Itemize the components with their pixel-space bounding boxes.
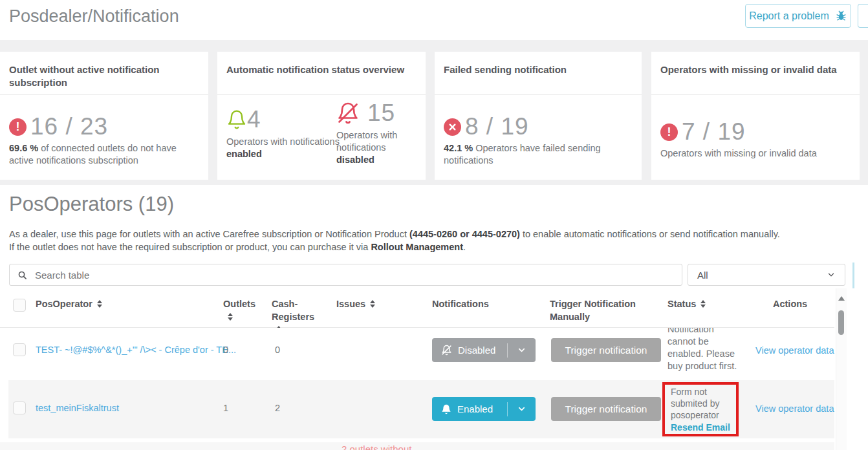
enabled-label-text: Operators with notifications [226, 136, 340, 147]
disabled-label-text: Operators with notifications [336, 130, 397, 153]
divider [435, 94, 642, 95]
posoperators-section: PosOperators (19) As a dealer, use this … [0, 185, 868, 450]
filter-value: All [697, 270, 708, 281]
disabled-label-bold: disabled [336, 155, 374, 165]
row-checkbox[interactable] [13, 402, 26, 414]
select-all-checkbox[interactable] [13, 299, 26, 312]
column-header-status[interactable]: Status [667, 297, 706, 310]
column-header-outlets[interactable]: Outlets [223, 297, 261, 323]
page-title: Posdealer/Notification [9, 6, 179, 27]
alert-circle-icon: ! [9, 118, 27, 136]
sort-icon [228, 313, 233, 321]
status-text: Notification cannot be enabled. Please b… [667, 328, 743, 372]
trigger-notification-button[interactable]: Trigger notification [551, 338, 661, 362]
desc-text: If the outlet does not have the required… [9, 242, 371, 252]
table-scrollbar[interactable] [836, 288, 847, 450]
column-header-actions: Actions [773, 297, 807, 310]
table-search [9, 264, 682, 286]
cash-registers-value: 2 [275, 403, 280, 413]
posdealer-notification-page: Posdealer/Notification Report a problem … [0, 0, 868, 450]
sort-icon [370, 300, 375, 308]
status-text: Form not submited by posoperator [671, 387, 719, 420]
bell-off-icon [336, 102, 360, 125]
enabled-stat: 4 [226, 106, 261, 133]
card-description: 42.1 % Operators have failed sending not… [444, 142, 625, 167]
table-filter-select[interactable]: All [688, 264, 845, 286]
card-percent: 42.1 % [444, 143, 473, 153]
card-title: Outlet without active notification subsc… [9, 63, 171, 89]
trigger-notification-button[interactable]: Trigger notification [551, 397, 661, 421]
card-stat: 8 / 19 [444, 113, 529, 140]
desc-product-codes: (4445-0260 or 4445-0270) [409, 229, 520, 239]
card-outlets-without-subscription: Outlet without active notification subsc… [0, 52, 208, 180]
next-row-partial: 2 outlets without [0, 442, 834, 450]
resend-email-link[interactable]: Resend Email [671, 422, 736, 433]
posoperator-link[interactable]: TEST- ~!@#$%^&*()_+'" /\>< - Crêpe d'or … [36, 345, 236, 355]
table-header: PosOperator Outlets Cash-Registers Issue… [0, 288, 834, 328]
divider [217, 94, 426, 95]
divider [651, 94, 860, 95]
view-operator-data-link[interactable]: View operator data [755, 345, 834, 356]
search-input[interactable] [34, 269, 674, 281]
column-header-trigger: Trigger Notification Manually [550, 297, 642, 323]
table-row: test_meinFiskaltrust 1 2 Enabled [8, 380, 834, 438]
column-label: Status [667, 299, 696, 309]
outlets-value: 1 [223, 403, 228, 413]
column-header-notifications: Notifications [432, 297, 489, 310]
column-label: Cash-Registers [272, 299, 314, 322]
column-label: PosOperator [36, 299, 92, 309]
section-description: As a dealer, use this page for outlets w… [9, 228, 780, 253]
card-description: Operators with missing or invalid data [660, 147, 854, 160]
chevron-down-icon [827, 270, 836, 279]
report-problem-button[interactable]: Report a problem [745, 4, 851, 28]
scrollbar-thumb[interactable] [838, 310, 844, 335]
disabled-stat: 15 [336, 100, 395, 127]
bug-icon [835, 10, 847, 22]
state-label: Enabled [457, 403, 493, 414]
card-title: Automatic notification status overview [226, 63, 404, 76]
disabled-count: 15 [367, 100, 395, 127]
search-icon [17, 270, 27, 280]
status-highlight-box: Form not submited by posoperator Resend … [662, 382, 739, 436]
bell-off-icon [441, 345, 452, 356]
report-problem-label: Report a problem [749, 10, 829, 22]
column-label: Outlets [223, 299, 255, 309]
card-title: Failed sending notification [444, 63, 567, 76]
card-percent: 69.6 % [9, 143, 38, 153]
posoperator-link[interactable]: test_meinFiskaltrust [36, 403, 119, 413]
view-operator-data-link[interactable]: View operator data [755, 403, 834, 414]
row-checkbox[interactable] [13, 343, 26, 356]
card-missing-invalid-data: Operators with missing or invalid data !… [651, 52, 860, 180]
stat-cards-band: Outlet without active notification subsc… [0, 40, 868, 185]
chevron-down-icon[interactable] [508, 345, 536, 355]
section-title: PosOperators (19) [9, 193, 174, 216]
divider [0, 94, 208, 95]
card-stat: ! 7 / 19 [660, 118, 746, 145]
column-label: Issues [336, 299, 365, 309]
card-value: 16 / 23 [30, 113, 108, 140]
notification-state-button[interactable]: Enabled [432, 397, 536, 421]
alert-circle-icon: ! [660, 123, 678, 141]
card-failed-sending: Failed sending notification 8 / 19 42.1 … [435, 52, 642, 180]
scroll-up-arrow-icon[interactable] [838, 296, 845, 301]
enabled-label: Operators with notifications enabled [226, 136, 340, 160]
card-value: 8 / 19 [465, 113, 529, 140]
outlets-value: 0 [223, 345, 228, 355]
partial-offscreen-button[interactable] [858, 4, 868, 28]
column-header-issues[interactable]: Issues [336, 297, 375, 310]
card-stat: ! 16 / 23 [9, 113, 108, 140]
cash-registers-value: 0 [275, 345, 280, 355]
sort-icon [97, 300, 102, 308]
bell-icon [226, 109, 247, 130]
disabled-label: Operators with notifications disabled [336, 129, 413, 166]
notification-state-button[interactable]: Disabled [432, 338, 536, 362]
card-notification-status-overview: Automatic notification status overview 4… [217, 52, 426, 180]
divider [852, 262, 854, 288]
chevron-down-icon[interactable] [508, 404, 536, 414]
card-value: 7 / 19 [682, 118, 746, 145]
x-circle-icon [444, 118, 461, 136]
desc-text: to enable automatic notifications or sen… [520, 229, 780, 239]
enabled-label-bold: enabled [226, 149, 262, 159]
column-header-posoperator[interactable]: PosOperator [36, 297, 102, 310]
desc-text: . [463, 242, 466, 252]
